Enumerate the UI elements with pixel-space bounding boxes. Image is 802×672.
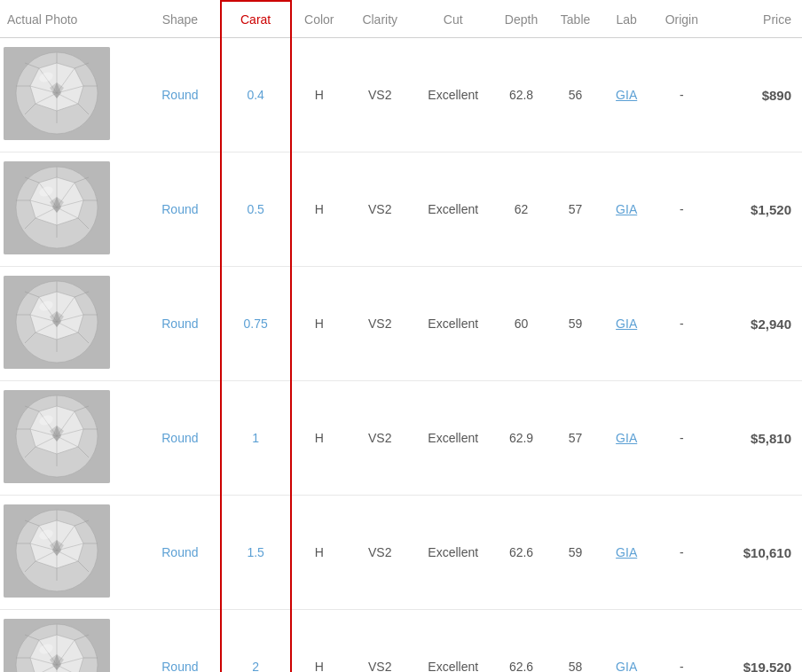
table-value-cell: 57: [549, 152, 602, 267]
clarity-cell: VS2: [347, 381, 413, 496]
diamond-photo-cell: [0, 267, 140, 381]
table-value-cell: 58: [549, 610, 602, 673]
clarity-cell: VS2: [347, 38, 413, 152]
shape-cell: Round: [140, 496, 220, 610]
color-cell: H: [291, 496, 347, 610]
color-cell: H: [291, 38, 347, 152]
lab-cell: GIA: [602, 152, 652, 267]
cut-cell: Excellent: [413, 610, 493, 673]
cut-cell: Excellent: [413, 38, 493, 152]
origin-cell: -: [651, 381, 712, 496]
table-value-cell: 59: [549, 496, 602, 610]
carat-cell: 1: [221, 381, 291, 496]
lab-cell: GIA: [602, 267, 652, 381]
header-origin: Origin: [651, 1, 712, 38]
shape-cell: Round: [140, 610, 220, 673]
diamond-photo-cell: [0, 496, 140, 610]
origin-cell: -: [651, 267, 712, 381]
table-value-cell: 59: [549, 267, 602, 381]
cut-cell: Excellent: [413, 152, 493, 267]
table-row: Round1.5HVS2Excellent62.659GIA-$10,610: [0, 496, 802, 610]
origin-cell: -: [651, 152, 712, 267]
shape-cell: Round: [140, 381, 220, 496]
carat-cell: 1.5: [221, 496, 291, 610]
cut-cell: Excellent: [413, 381, 493, 496]
table-row: Round0.75HVS2Excellent6059GIA-$2,940: [0, 267, 802, 381]
depth-cell: 62: [493, 152, 549, 267]
carat-cell: 0.75: [221, 267, 291, 381]
price-cell: $10,610: [712, 496, 802, 610]
lab-link[interactable]: GIA: [616, 660, 637, 672]
header-lab: Lab: [602, 1, 652, 38]
header-table: Table: [549, 1, 602, 38]
price-cell: $2,940: [712, 267, 802, 381]
carat-cell: 0.4: [221, 38, 291, 152]
price-cell: $5,810: [712, 381, 802, 496]
header-carat: Carat: [221, 1, 291, 38]
table-row: Round0.5HVS2Excellent6257GIA-$1,520: [0, 152, 802, 267]
diamond-image: [4, 619, 110, 672]
lab-link[interactable]: GIA: [616, 88, 637, 102]
header-price: Price: [712, 1, 802, 38]
depth-cell: 62.9: [493, 381, 549, 496]
origin-cell: -: [651, 610, 712, 673]
shape-cell: Round: [140, 38, 220, 152]
color-cell: H: [291, 610, 347, 673]
table-row: Round2HVS2Excellent62.658GIA-$19,520: [0, 610, 802, 673]
shape-cell: Round: [140, 267, 220, 381]
diamond-photo-cell: [0, 152, 140, 267]
diamond-image: [4, 47, 110, 140]
diamond-image: [4, 390, 110, 483]
depth-cell: 62.8: [493, 38, 549, 152]
carat-cell: 2: [221, 610, 291, 673]
header-shape: Shape: [140, 1, 220, 38]
diamond-photo-cell: [0, 38, 140, 152]
color-cell: H: [291, 152, 347, 267]
lab-link[interactable]: GIA: [616, 202, 637, 216]
table-row: Round0.4HVS2Excellent62.856GIA-$890: [0, 38, 802, 152]
shape-cell: Round: [140, 152, 220, 267]
lab-cell: GIA: [602, 38, 652, 152]
table-header-row: Actual Photo Shape Carat Color Clarity C…: [0, 1, 802, 38]
color-cell: H: [291, 381, 347, 496]
cut-cell: Excellent: [413, 267, 493, 381]
header-clarity: Clarity: [347, 1, 413, 38]
table-value-cell: 56: [549, 38, 602, 152]
depth-cell: 62.6: [493, 610, 549, 673]
table-row: Round1HVS2Excellent62.957GIA-$5,810: [0, 381, 802, 496]
header-depth: Depth: [493, 1, 549, 38]
price-cell: $19,520: [712, 610, 802, 673]
clarity-cell: VS2: [347, 267, 413, 381]
lab-cell: GIA: [602, 610, 652, 673]
diamond-table-container: Actual Photo Shape Carat Color Clarity C…: [0, 0, 802, 672]
color-cell: H: [291, 267, 347, 381]
carat-cell: 0.5: [221, 152, 291, 267]
price-cell: $1,520: [712, 152, 802, 267]
table-body: Round0.4HVS2Excellent62.856GIA-$890 Roun…: [0, 38, 802, 673]
origin-cell: -: [651, 496, 712, 610]
clarity-cell: VS2: [347, 496, 413, 610]
lab-link[interactable]: GIA: [616, 431, 637, 445]
header-color: Color: [291, 1, 347, 38]
lab-link[interactable]: GIA: [616, 545, 637, 559]
lab-cell: GIA: [602, 496, 652, 610]
clarity-cell: VS2: [347, 610, 413, 673]
diamond-image: [4, 504, 110, 598]
diamond-table: Actual Photo Shape Carat Color Clarity C…: [0, 0, 802, 672]
depth-cell: 60: [493, 267, 549, 381]
table-value-cell: 57: [549, 381, 602, 496]
lab-cell: GIA: [602, 381, 652, 496]
diamond-image: [4, 161, 110, 254]
diamond-image: [4, 276, 110, 369]
depth-cell: 62.6: [493, 496, 549, 610]
cut-cell: Excellent: [413, 496, 493, 610]
lab-link[interactable]: GIA: [616, 316, 637, 331]
header-cut: Cut: [413, 1, 493, 38]
clarity-cell: VS2: [347, 152, 413, 267]
origin-cell: -: [651, 38, 712, 152]
price-cell: $890: [712, 38, 802, 152]
header-actual-photo: Actual Photo: [0, 1, 140, 38]
diamond-photo-cell: [0, 610, 140, 673]
diamond-photo-cell: [0, 381, 140, 496]
